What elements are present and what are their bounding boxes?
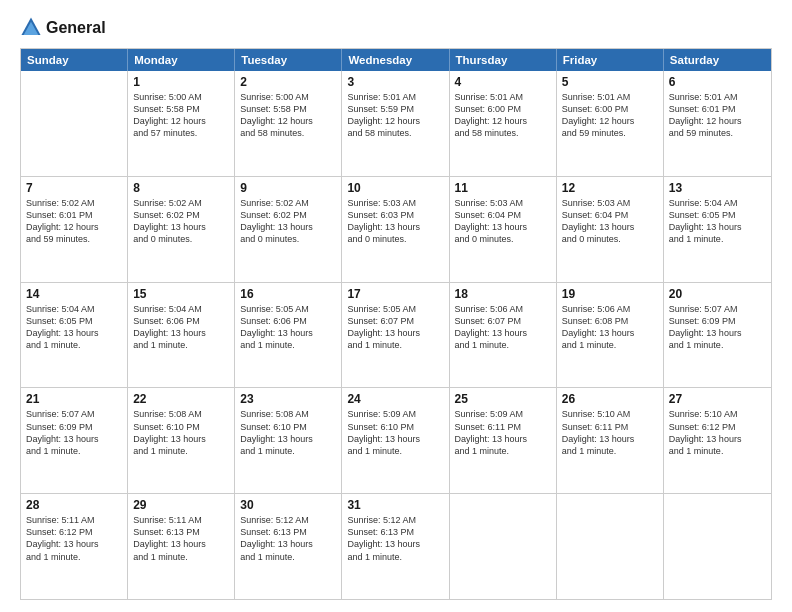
day-info-line: Daylight: 12 hours	[26, 221, 122, 233]
calendar-body: 1Sunrise: 5:00 AMSunset: 5:58 PMDaylight…	[21, 71, 771, 599]
day-info-line: Sunrise: 5:09 AM	[455, 408, 551, 420]
calendar-week-row: 21Sunrise: 5:07 AMSunset: 6:09 PMDayligh…	[21, 388, 771, 494]
day-number: 24	[347, 392, 443, 406]
day-info-line: Daylight: 12 hours	[669, 115, 766, 127]
day-info-line: Sunset: 6:10 PM	[240, 421, 336, 433]
day-info-line: Sunrise: 5:01 AM	[669, 91, 766, 103]
calendar-day-cell: 8Sunrise: 5:02 AMSunset: 6:02 PMDaylight…	[128, 177, 235, 282]
day-info-line: and 1 minute.	[133, 445, 229, 457]
day-info-line: Sunrise: 5:06 AM	[455, 303, 551, 315]
day-number: 11	[455, 181, 551, 195]
day-info-line: Sunset: 6:11 PM	[455, 421, 551, 433]
day-info-line: Sunrise: 5:11 AM	[133, 514, 229, 526]
calendar-day-cell: 9Sunrise: 5:02 AMSunset: 6:02 PMDaylight…	[235, 177, 342, 282]
day-info-line: and 59 minutes.	[669, 127, 766, 139]
day-info-line: and 0 minutes.	[133, 233, 229, 245]
day-info-line: Sunrise: 5:08 AM	[133, 408, 229, 420]
calendar-day-cell: 14Sunrise: 5:04 AMSunset: 6:05 PMDayligh…	[21, 283, 128, 388]
day-number: 20	[669, 287, 766, 301]
calendar-day-cell: 22Sunrise: 5:08 AMSunset: 6:10 PMDayligh…	[128, 388, 235, 493]
day-info-line: Daylight: 13 hours	[347, 433, 443, 445]
calendar-day-cell: 6Sunrise: 5:01 AMSunset: 6:01 PMDaylight…	[664, 71, 771, 176]
day-info-line: Sunset: 6:11 PM	[562, 421, 658, 433]
day-info-line: and 1 minute.	[133, 551, 229, 563]
day-info-line: Daylight: 13 hours	[669, 221, 766, 233]
day-number: 16	[240, 287, 336, 301]
day-number: 26	[562, 392, 658, 406]
day-info-line: Sunset: 5:58 PM	[133, 103, 229, 115]
day-info-line: Sunrise: 5:09 AM	[347, 408, 443, 420]
day-number: 28	[26, 498, 122, 512]
calendar-day-cell: 2Sunrise: 5:00 AMSunset: 5:58 PMDaylight…	[235, 71, 342, 176]
day-number: 25	[455, 392, 551, 406]
calendar-day-cell: 21Sunrise: 5:07 AMSunset: 6:09 PMDayligh…	[21, 388, 128, 493]
day-info-line: and 0 minutes.	[240, 233, 336, 245]
calendar-day-cell: 20Sunrise: 5:07 AMSunset: 6:09 PMDayligh…	[664, 283, 771, 388]
day-info-line: Sunrise: 5:07 AM	[669, 303, 766, 315]
day-info-line: and 1 minute.	[347, 339, 443, 351]
day-number: 3	[347, 75, 443, 89]
day-info-line: and 59 minutes.	[562, 127, 658, 139]
day-info-line: Daylight: 13 hours	[133, 538, 229, 550]
day-info-line: and 1 minute.	[26, 551, 122, 563]
day-info-line: Sunrise: 5:05 AM	[347, 303, 443, 315]
day-info-line: Daylight: 13 hours	[240, 327, 336, 339]
page: General SundayMondayTuesdayWednesdayThur…	[0, 0, 792, 612]
day-info-line: Daylight: 12 hours	[562, 115, 658, 127]
calendar-header-cell: Friday	[557, 49, 664, 71]
day-info-line: Daylight: 12 hours	[133, 115, 229, 127]
calendar-header-cell: Tuesday	[235, 49, 342, 71]
day-info-line: Sunrise: 5:02 AM	[26, 197, 122, 209]
day-info-line: and 57 minutes.	[133, 127, 229, 139]
day-info-line: Sunrise: 5:12 AM	[240, 514, 336, 526]
day-info-line: Sunset: 6:04 PM	[562, 209, 658, 221]
calendar-day-cell: 5Sunrise: 5:01 AMSunset: 6:00 PMDaylight…	[557, 71, 664, 176]
day-info-line: Daylight: 13 hours	[240, 433, 336, 445]
day-info-line: Sunset: 6:06 PM	[240, 315, 336, 327]
day-info-line: Sunrise: 5:04 AM	[133, 303, 229, 315]
day-info-line: Daylight: 13 hours	[133, 433, 229, 445]
day-info-line: Sunset: 6:10 PM	[133, 421, 229, 433]
day-info-line: Sunrise: 5:10 AM	[669, 408, 766, 420]
day-number: 13	[669, 181, 766, 195]
day-info-line: Sunrise: 5:01 AM	[562, 91, 658, 103]
calendar-day-cell: 31Sunrise: 5:12 AMSunset: 6:13 PMDayligh…	[342, 494, 449, 599]
calendar-day-cell: 10Sunrise: 5:03 AMSunset: 6:03 PMDayligh…	[342, 177, 449, 282]
day-number: 17	[347, 287, 443, 301]
day-info-line: and 1 minute.	[455, 445, 551, 457]
day-info-line: Sunset: 6:03 PM	[347, 209, 443, 221]
day-info-line: and 58 minutes.	[455, 127, 551, 139]
calendar-week-row: 1Sunrise: 5:00 AMSunset: 5:58 PMDaylight…	[21, 71, 771, 177]
day-info-line: and 1 minute.	[347, 445, 443, 457]
calendar-day-cell: 13Sunrise: 5:04 AMSunset: 6:05 PMDayligh…	[664, 177, 771, 282]
day-info-line: Sunrise: 5:01 AM	[347, 91, 443, 103]
day-info-line: Sunset: 6:05 PM	[669, 209, 766, 221]
day-info-line: Sunset: 6:00 PM	[455, 103, 551, 115]
day-info-line: Sunset: 6:05 PM	[26, 315, 122, 327]
day-info-line: Sunset: 6:10 PM	[347, 421, 443, 433]
calendar-empty-cell	[557, 494, 664, 599]
day-info-line: and 1 minute.	[26, 339, 122, 351]
day-info-line: Sunset: 6:12 PM	[26, 526, 122, 538]
day-info-line: Daylight: 13 hours	[133, 221, 229, 233]
day-info-line: and 1 minute.	[562, 339, 658, 351]
calendar-day-cell: 7Sunrise: 5:02 AMSunset: 6:01 PMDaylight…	[21, 177, 128, 282]
calendar-day-cell: 26Sunrise: 5:10 AMSunset: 6:11 PMDayligh…	[557, 388, 664, 493]
calendar-week-row: 14Sunrise: 5:04 AMSunset: 6:05 PMDayligh…	[21, 283, 771, 389]
day-number: 8	[133, 181, 229, 195]
day-info-line: Sunrise: 5:12 AM	[347, 514, 443, 526]
day-info-line: Sunset: 6:06 PM	[133, 315, 229, 327]
day-info-line: Daylight: 13 hours	[26, 433, 122, 445]
day-info-line: Sunrise: 5:00 AM	[133, 91, 229, 103]
day-number: 19	[562, 287, 658, 301]
day-number: 27	[669, 392, 766, 406]
day-info-line: Sunset: 5:59 PM	[347, 103, 443, 115]
day-info-line: Daylight: 13 hours	[240, 538, 336, 550]
day-number: 5	[562, 75, 658, 89]
calendar-day-cell: 17Sunrise: 5:05 AMSunset: 6:07 PMDayligh…	[342, 283, 449, 388]
day-info-line: Daylight: 12 hours	[347, 115, 443, 127]
calendar-day-cell: 28Sunrise: 5:11 AMSunset: 6:12 PMDayligh…	[21, 494, 128, 599]
day-info-line: Daylight: 13 hours	[455, 221, 551, 233]
day-info-line: Sunset: 6:07 PM	[455, 315, 551, 327]
day-info-line: Daylight: 13 hours	[26, 538, 122, 550]
